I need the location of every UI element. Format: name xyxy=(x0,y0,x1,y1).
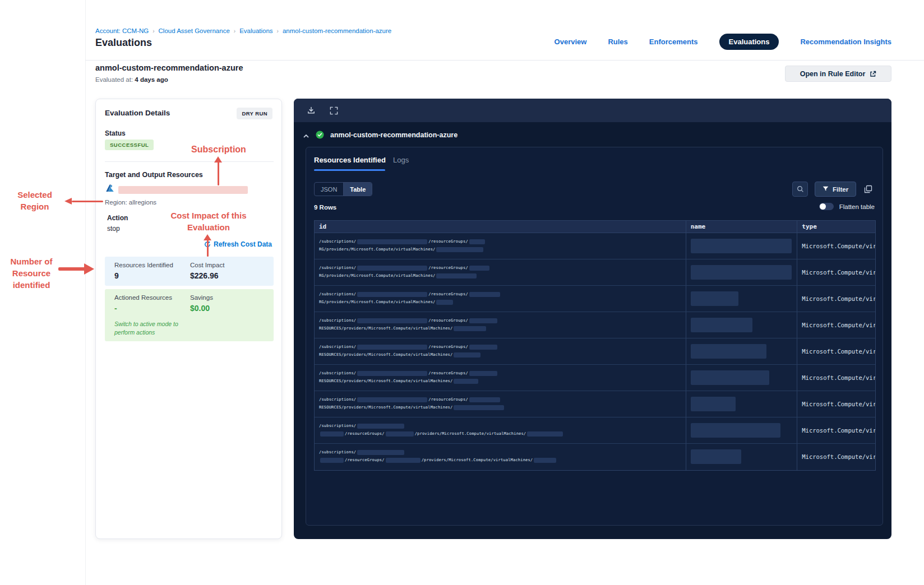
id-text-segment: /resourceGroups/ xyxy=(345,431,385,436)
download-icon[interactable] xyxy=(307,106,316,115)
id-text-segment: RG/providers/Microsoft.Compute/virtualMa… xyxy=(319,247,435,252)
cell-id: /subscriptions//resourceGroups/RG/provid… xyxy=(315,259,686,285)
table-row[interactable]: /subscriptions//resourceGroups//provider… xyxy=(315,417,875,444)
id-text-segment: /resourceGroups/ xyxy=(428,371,468,375)
redacted-segment xyxy=(436,247,483,252)
table-row[interactable]: /subscriptions//resourceGroups/RG/provid… xyxy=(315,286,875,312)
filter-button[interactable]: Filter xyxy=(815,182,856,197)
rows-count: 9 Rows xyxy=(314,204,336,211)
panel-evaluation-name: anmol-custom-recommendation-azure xyxy=(330,131,458,139)
redacted-segment xyxy=(357,318,427,323)
redacted-segment xyxy=(320,458,344,463)
open-rule-editor-button[interactable]: Open in Rule Editor xyxy=(785,66,891,82)
annotation-resources-identified: Number of Resource identified xyxy=(3,256,59,291)
breadcrumb-link[interactable]: anmol-custom-recommendation-azure xyxy=(283,27,391,34)
evaluation-collapse-row[interactable]: anmol-custom-recommendation-azure xyxy=(303,131,458,139)
cost-impact-label: Cost Impact xyxy=(190,262,224,268)
status-badge: SUCCESSFUL xyxy=(105,140,154,150)
annotation-arrowhead-resources-identified xyxy=(84,263,94,275)
table-row[interactable]: /subscriptions//resourceGroups/RG/provid… xyxy=(315,233,875,259)
redacted-segment xyxy=(436,273,477,278)
target-section-title: Target and Output Resources xyxy=(105,171,203,179)
fullscreen-icon[interactable] xyxy=(330,106,339,115)
evaluation-title: anmol-custom-recommendation-azure xyxy=(95,63,243,72)
column-header-id: id xyxy=(315,221,686,233)
cell-name xyxy=(686,233,797,259)
breadcrumb-link[interactable]: Account: CCM-NG xyxy=(95,27,149,34)
breadcrumb: Account: CCM-NG›Cloud Asset Governance›E… xyxy=(95,27,391,34)
nav-overview[interactable]: Overview xyxy=(555,38,587,46)
id-text-segment: /subscriptions/ xyxy=(319,239,356,244)
redacted-segment xyxy=(454,405,504,410)
redacted-segment xyxy=(469,239,485,244)
redacted-segment xyxy=(436,300,453,305)
evaluated-at-value: 4 days ago xyxy=(135,76,168,83)
filter-label: Filter xyxy=(833,186,848,193)
breadcrumb-link[interactable]: Cloud Asset Governance xyxy=(159,27,230,34)
filter-icon xyxy=(823,186,829,192)
top-nav: OverviewRulesEnforcementsEvaluationsReco… xyxy=(555,34,891,50)
id-line: /subscriptions/ xyxy=(319,422,686,430)
table-row[interactable]: /subscriptions//resourceGroups//provider… xyxy=(315,444,875,470)
dry-run-badge: DRY RUN xyxy=(237,108,272,119)
search-button[interactable] xyxy=(792,182,808,197)
redacted-segment xyxy=(469,318,497,323)
redacted-segment xyxy=(357,397,427,402)
tab-logs[interactable]: Logs xyxy=(393,156,409,164)
id-line: /subscriptions//resourceGroups/ xyxy=(319,238,686,245)
id-line: /subscriptions//resourceGroups/ xyxy=(319,343,686,351)
open-rule-editor-label: Open in Rule Editor xyxy=(800,70,866,78)
chevron-up-icon[interactable] xyxy=(303,132,309,138)
id-line: RG/providers/Microsoft.Compute/virtualMa… xyxy=(319,245,686,253)
actioned-resources-value: - xyxy=(114,304,117,313)
redacted-segment xyxy=(357,450,404,455)
redacted-segment xyxy=(320,431,344,437)
cell-type: Microsoft.Compute/virtu xyxy=(797,391,875,417)
table-row[interactable]: /subscriptions//resourceGroups/RESOURCES… xyxy=(315,312,875,338)
view-toggle-table[interactable]: Table xyxy=(343,183,372,196)
refresh-cost-data-link[interactable]: Refresh Cost Data xyxy=(204,240,272,248)
redacted-segment xyxy=(357,371,427,376)
refresh-label: Refresh Cost Data xyxy=(214,240,272,248)
id-text-segment: /providers/Microsoft.Compute/virtualMach… xyxy=(422,458,533,462)
nav-enforcements[interactable]: Enforcements xyxy=(649,38,698,46)
breadcrumb-link[interactable]: Evaluations xyxy=(239,27,272,34)
nav-evaluations[interactable]: Evaluations xyxy=(719,34,779,50)
id-line: /subscriptions//resourceGroups/ xyxy=(319,317,686,324)
id-text-segment: /resourceGroups/ xyxy=(428,266,468,270)
flatten-table-control: Flatten table xyxy=(819,203,875,210)
tab-resources-identified[interactable]: Resources Identified xyxy=(314,156,386,164)
cell-id: /subscriptions//resourceGroups/RG/provid… xyxy=(315,233,686,259)
view-toggle-json[interactable]: JSON xyxy=(315,183,343,196)
cell-type: Microsoft.Compute/virtu xyxy=(797,233,875,259)
page-gutter-divider xyxy=(85,0,86,585)
card-title: Evaluation Details xyxy=(105,109,170,117)
cell-name xyxy=(686,417,797,443)
resources-identified-label: Resources Identified xyxy=(114,262,173,268)
flatten-toggle[interactable] xyxy=(819,203,834,210)
cell-id: /subscriptions//resourceGroups/RG/provid… xyxy=(315,286,686,312)
redacted-name xyxy=(691,423,780,438)
cost-impact-box: Resources Identified 9 Cost Impact $226.… xyxy=(105,257,274,286)
cell-name xyxy=(686,365,797,391)
id-text-segment: /resourceGroups/ xyxy=(428,292,468,296)
table-row[interactable]: /subscriptions//resourceGroups/RESOURCES… xyxy=(315,391,875,417)
cell-id: /subscriptions//resourceGroups/RESOURCES… xyxy=(315,338,686,364)
id-line: /subscriptions//resourceGroups/ xyxy=(319,369,686,377)
annotation-arrowhead-selected-region xyxy=(64,198,72,205)
nav-rules[interactable]: Rules xyxy=(608,38,627,46)
redacted-segment xyxy=(357,239,427,244)
resources-container: Resources Identified Logs JSONTable Filt… xyxy=(306,147,883,526)
cell-id: /subscriptions//resourceGroups/RESOURCES… xyxy=(315,365,686,391)
table-row[interactable]: /subscriptions//resourceGroups/RESOURCES… xyxy=(315,365,875,391)
annotation-arrowhead-subscription xyxy=(214,156,222,162)
id-text-segment: /resourceGroups/ xyxy=(428,397,468,402)
id-line: /resourceGroups//providers/Microsoft.Com… xyxy=(319,456,686,464)
redacted-name xyxy=(691,318,752,332)
nav-recommendation-insights[interactable]: Recommendation Insights xyxy=(800,38,891,46)
evaluated-at-label: Evaluated at: xyxy=(95,76,133,83)
table-row[interactable]: /subscriptions//resourceGroups/RESOURCES… xyxy=(315,338,875,365)
table-row[interactable]: /subscriptions//resourceGroups/RG/provid… xyxy=(315,259,875,286)
copy-icon[interactable] xyxy=(862,183,874,195)
azure-icon xyxy=(105,183,115,193)
